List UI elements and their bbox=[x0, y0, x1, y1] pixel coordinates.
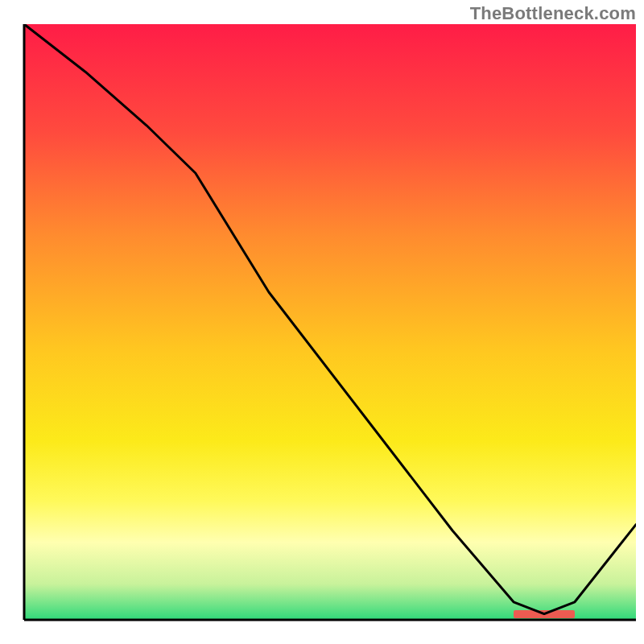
bottleneck-chart bbox=[0, 0, 644, 644]
watermark-text: TheBottleneck.com bbox=[470, 3, 636, 24]
plot-gradient-background bbox=[24, 24, 636, 620]
